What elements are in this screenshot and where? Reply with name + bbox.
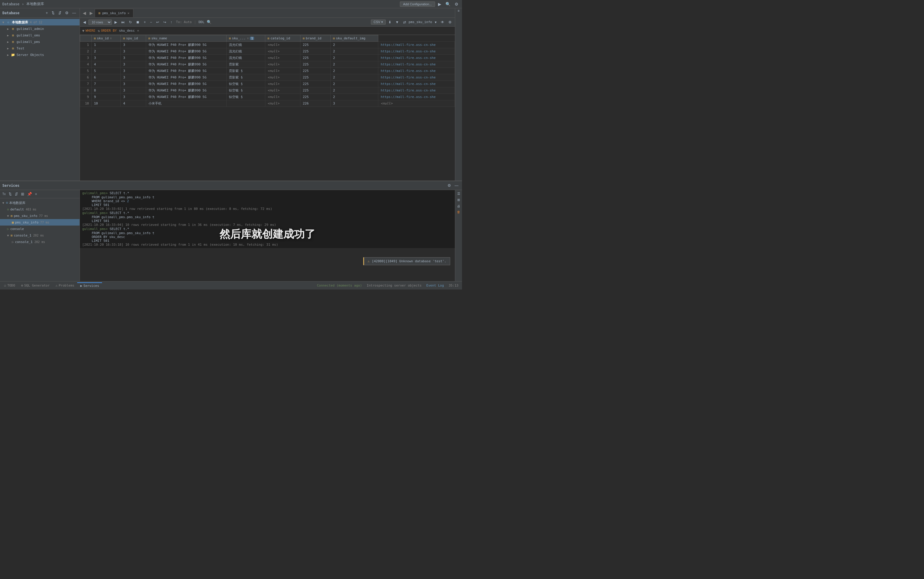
tab-problems[interactable]: ⚠ Problems [53, 283, 78, 288]
query-undo-btn[interactable]: ↩ [155, 20, 161, 25]
sidebar-collapse-btn[interactable]: ⇵ [57, 10, 63, 16]
table-row[interactable]: 113华为 HUAWEI P40 Pro+ 麒麟990 5G流光幻镜<null>… [80, 42, 455, 48]
svc-collapse-btn[interactable]: ⇵ [14, 191, 19, 197]
svc-tree-default[interactable]: ⊙ default 403 ms [0, 206, 80, 213]
sidebar-expand-btn[interactable]: ⇅ [50, 10, 56, 16]
console-clear-btn[interactable]: 🗑 [456, 209, 461, 214]
col-header-rownum[interactable] [80, 35, 92, 42]
services-settings-btn[interactable]: ⚙ [447, 183, 452, 188]
tree-arrow-admin: ▶ [7, 27, 11, 31]
table-row[interactable]: 663华为 HUAWEI P40 Pro+ 麒麟990 5G霓影紫 §<null… [80, 74, 455, 81]
col-header-brand-id[interactable]: ⊞brand_id [300, 35, 330, 42]
tab-todo[interactable]: ☑ TODO [1, 283, 18, 288]
query-refresh-btn[interactable]: ↻ [127, 20, 134, 25]
sidebar-item-server-objects[interactable]: ▶ 📁 Server Objects [0, 52, 80, 58]
right-panel-btn1[interactable]: ≡ [456, 8, 461, 13]
settings-button[interactable]: ⚙ [453, 1, 460, 7]
services-title: Services [2, 183, 20, 188]
table-row[interactable]: 223华为 HUAWEI P40 Pro+ 麒麟990 5G流光幻镜<null>… [80, 48, 455, 55]
svc-label-pms-query: pms_sku_info [15, 221, 38, 224]
table-row[interactable]: 883华为 HUAWEI P40 Pro+ 麒麟990 5G钛空银 §<null… [80, 87, 455, 94]
tree-arrow-oms: ▶ [7, 34, 11, 37]
query-forward-btn[interactable]: ▶ [113, 20, 119, 25]
col-header-sku-dot[interactable]: ⊞sku_... ↑ 1 [227, 35, 265, 42]
notification-toast: ⚠ [42000][1049] Unknown database 'test'. [363, 257, 450, 265]
run-button[interactable]: ▶ [437, 1, 442, 7]
grid-search-icon[interactable]: 🔍 [207, 20, 212, 24]
content-area: ◀ ▶ ⊞ pms_sku_info ✕ ◀ 10 rows 25 rows 5… [80, 8, 455, 181]
console-filter-btn[interactable]: ☰ [456, 191, 461, 196]
col-header-sku-id[interactable]: ⊞sku_id ↑ [91, 35, 121, 42]
tab-sql-generator[interactable]: ⚙ SQL Generator [18, 283, 53, 288]
col-header-sku-name[interactable]: ⊞sku_name [146, 35, 226, 42]
svc-tree-localdb[interactable]: ▼ ⊙ 本地数据库 [0, 200, 80, 206]
col-header-spu-id[interactable]: ⊞spu_id [121, 35, 146, 42]
svc-add-btn[interactable]: + [34, 191, 38, 197]
event-log-link[interactable]: Event Log [426, 284, 444, 288]
sidebar-item-gulimall-pms[interactable]: ▶ ⊞ gulimall_pms [0, 38, 80, 45]
tab-services[interactable]: ▶ Services [77, 282, 102, 289]
tab-nav-forward[interactable]: ▶ [88, 10, 95, 16]
console-print-btn[interactable]: 🖨 [456, 204, 461, 208]
filter-btn[interactable]: ▼ [394, 20, 401, 25]
orderby-close[interactable]: ✕ [137, 29, 139, 33]
orderby-icon: ⇅ [98, 29, 100, 33]
col-header-catalog-id[interactable]: ⊞catalog_id [265, 35, 300, 42]
query-last-btn[interactable]: ⏭ [120, 20, 126, 25]
console-columns-btn[interactable]: ⊞ [456, 198, 461, 203]
sidebar-item-test[interactable]: ▶ ⊞ Test [0, 45, 80, 52]
tab-nav-back[interactable]: ◀ [81, 10, 88, 16]
services-minimize-btn[interactable]: — [453, 183, 460, 188]
sidebar-item-gulimall-oms[interactable]: ▶ ⊞ gulimall_oms [0, 32, 80, 38]
svc-query-icon: ▦ [12, 221, 14, 224]
orderby-filter: ⇅ ORDER BY sku_desc ✕ [98, 29, 139, 33]
sidebar-minimize-btn[interactable]: — [71, 10, 77, 16]
export-btn[interactable]: ⬇ [387, 20, 393, 25]
sidebar-settings-btn[interactable]: ⚙ [64, 10, 70, 16]
rows-select[interactable]: 10 rows 25 rows 50 rows 100 rows [88, 20, 112, 25]
svc-arrow-console-1: ▼ [7, 234, 11, 237]
grid-settings-btn[interactable]: ⚙ [447, 20, 453, 25]
sidebar-item-gulimall-admin[interactable]: ▶ ⊞ gulimall_admin [0, 25, 80, 32]
table-row[interactable]: 993华为 HUAWEI P40 Pro+ 麒麟990 5G钛空银 §<null… [80, 94, 455, 100]
svc-pin-btn[interactable]: 📌 [26, 191, 33, 197]
sidebar-item-localdb[interactable]: ▼ ⊙ 本地数据库 4 of 12 [0, 19, 80, 25]
tree-arrow-server-objects: ▶ [7, 53, 11, 57]
data-grid[interactable]: ⊞sku_id ↑ ⊞spu_id ⊞sku_name ⊞sku_... ↑ 1… [80, 35, 455, 181]
table-row[interactable]: 553华为 HUAWEI P40 Pro+ 麒麟990 5G霓影紫 §<null… [80, 68, 455, 74]
svc-tree-console[interactable]: ▷ console [0, 226, 80, 232]
console-result-3: [2021-10-20 16:33:18] 10 rows retrieved … [82, 243, 453, 247]
query-submit-btn[interactable]: ↑ [169, 20, 174, 25]
title-bar: Database › 本地数据库 Add Configuration... ▶ … [0, 0, 462, 8]
svc-tree-pms-sku-info-query[interactable]: ▦ pms_sku_info 77 ms [0, 219, 80, 226]
col-header-sku-default-img[interactable]: ⊞sku_default_img [330, 35, 378, 42]
search-button[interactable]: 🔍 [444, 1, 451, 7]
svc-expand-btn[interactable]: ⇅ [7, 191, 13, 197]
table-row[interactable]: 10104小米手机<null>2263<null> [80, 100, 455, 107]
table-row[interactable]: 773华为 HUAWEI P40 Pro+ 麒麟990 5G钛空银 §<null… [80, 81, 455, 87]
query-stop-btn[interactable]: ⏹ [135, 20, 141, 25]
query-add-btn[interactable]: + [142, 20, 147, 25]
table-row[interactable]: 333华为 HUAWEI P40 Pro+ 麒麟990 5G流光幻镜<null>… [80, 55, 455, 61]
query-back-btn[interactable]: ◀ [81, 20, 87, 25]
tab-close-btn[interactable]: ✕ [127, 11, 130, 15]
compare-btn[interactable]: ⇄ [402, 20, 407, 25]
svc-tree-console-1-query[interactable]: ▷ console_1 202 ms [0, 239, 80, 245]
svc-badge-pms-query: 77 ms [40, 221, 49, 224]
query-delete-btn[interactable]: − [148, 20, 153, 25]
table-row[interactable]: 443华为 HUAWEI P40 Pro+ 麒麟990 5G霓影紫<null>2… [80, 61, 455, 68]
tab-pms-sku-info[interactable]: ⊞ pms_sku_info ✕ [95, 9, 134, 17]
sidebar-new-btn[interactable]: + [44, 10, 49, 16]
svc-layout-btn[interactable]: ⊞ [20, 191, 25, 197]
svc-tree-console-1[interactable]: ▼ ⊞ console_1 202 ms [0, 232, 80, 239]
csv-export-btn[interactable]: CSV ▾ [371, 20, 386, 25]
query-redo-btn[interactable]: ↪ [162, 20, 168, 25]
console-indent-2: WHERE brand_id <> 2 [92, 199, 453, 203]
add-configuration-button[interactable]: Add Configuration... [400, 2, 435, 7]
svc-tree-pms-sku-info[interactable]: ▼ ⊞ pms_sku_info 77 ms [0, 213, 80, 219]
view-btn[interactable]: 👁 [439, 20, 446, 25]
table-settings-btn[interactable]: ▾ [433, 20, 438, 25]
results-table: ⊞sku_id ↑ ⊞spu_id ⊞sku_name ⊞sku_... ↑ 1… [80, 35, 455, 107]
services-console[interactable]: gulimall_pms> SELECT t.* FROM gulimall_p… [80, 190, 455, 248]
svc-tx-btn[interactable]: Tx [1, 192, 7, 196]
